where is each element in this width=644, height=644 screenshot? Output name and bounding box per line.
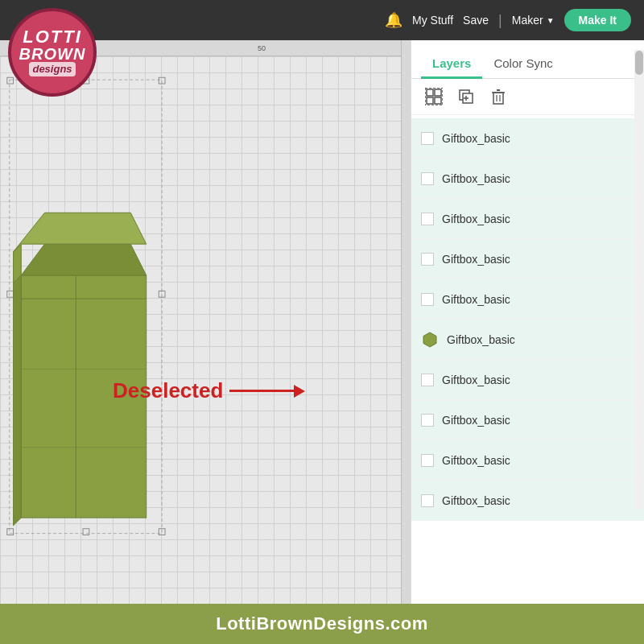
layer-item[interactable]: Giftbox_basic — [411, 360, 644, 400]
logo-designs: designs — [29, 62, 75, 76]
giftbox-svg — [0, 56, 386, 604]
ruler-mark-50: 50 — [258, 44, 266, 52]
footer: LottiBrownDesigns.com — [0, 604, 644, 644]
svg-marker-11 — [14, 275, 22, 526]
layer-item[interactable]: Giftbox_basic — [411, 118, 644, 159]
layer-color-swatch — [421, 132, 434, 145]
logo: LOTTI BROWN designs — [8, 8, 97, 97]
hexagon-icon — [421, 331, 439, 349]
layer-name: Giftbox_basic — [442, 414, 510, 427]
nav-divider: | — [498, 12, 502, 29]
logo-circle: LOTTI BROWN designs — [8, 8, 97, 97]
svg-marker-10 — [21, 244, 146, 275]
svg-rect-6 — [7, 529, 14, 535]
canvas-area[interactable]: 50 — [0, 40, 411, 604]
layer-color-swatch — [421, 454, 434, 467]
layer-color-swatch — [421, 494, 434, 507]
maker-label: Maker — [512, 14, 543, 27]
tab-layers[interactable]: Layers — [421, 50, 482, 79]
right-panel: Layers Color Sync — [411, 40, 644, 604]
scrollbar-thumb[interactable] — [635, 51, 643, 75]
chevron-down-icon: ▼ — [547, 16, 555, 25]
svg-rect-19 — [435, 89, 441, 96]
layer-color-swatch — [421, 414, 434, 427]
maker-dropdown[interactable]: Maker ▼ — [512, 14, 555, 27]
layer-name: Giftbox_basic — [442, 454, 510, 467]
logo-brown: BROWN — [19, 46, 86, 62]
save-link[interactable]: Save — [463, 14, 489, 27]
logo-lotti: LOTTI — [23, 28, 82, 46]
delete-icon[interactable] — [489, 87, 508, 106]
layer-color-swatch — [421, 253, 434, 266]
add-layer-icon[interactable] — [456, 87, 476, 106]
group-icon[interactable] — [424, 87, 444, 106]
svg-rect-20 — [427, 97, 433, 104]
layer-name: Giftbox_basic — [442, 213, 510, 225]
layer-item-with-icon[interactable]: Giftbox_basic — [411, 320, 644, 360]
svg-rect-22 — [425, 88, 443, 105]
deselected-annotation: Deselected — [113, 378, 305, 403]
layer-name: Giftbox_basic — [442, 172, 510, 185]
main-content: 50 — [0, 40, 644, 604]
make-it-button[interactable]: Make It — [564, 9, 631, 31]
deselected-text: Deselected — [113, 378, 223, 403]
layer-name: Giftbox_basic — [442, 494, 510, 507]
tabs-bar: Layers Color Sync — [411, 40, 644, 79]
svg-rect-27 — [493, 93, 503, 104]
layer-name: Giftbox_basic — [442, 293, 510, 306]
layers-list[interactable]: Giftbox_basic Giftbox_basic Giftbox_basi… — [411, 115, 644, 604]
layer-color-swatch — [421, 172, 434, 185]
layer-color-swatch — [421, 374, 434, 386]
layer-name: Giftbox_basic — [442, 132, 510, 145]
svg-rect-4 — [7, 291, 14, 297]
layer-item[interactable]: Giftbox_basic — [411, 481, 644, 521]
arrow-line — [229, 390, 294, 392]
my-stuff-link[interactable]: My Stuff — [412, 14, 453, 27]
top-navigation: 🔔 My Stuff Save | Maker ▼ Make It — [0, 0, 644, 40]
layer-item[interactable]: Giftbox_basic — [411, 239, 644, 279]
layer-item[interactable]: Giftbox_basic — [411, 199, 644, 239]
tab-color-sync[interactable]: Color Sync — [482, 50, 564, 79]
layer-color-swatch — [421, 213, 434, 225]
layer-item[interactable]: Giftbox_basic — [411, 440, 644, 481]
svg-marker-32 — [423, 332, 436, 347]
layer-item[interactable]: Giftbox_basic — [411, 400, 644, 440]
deselected-arrow — [229, 385, 305, 398]
footer-text: LottiBrownDesigns.com — [216, 613, 428, 634]
scrollbar-track[interactable] — [634, 50, 644, 509]
arrow-head — [294, 385, 305, 398]
layers-toolbar — [411, 79, 644, 115]
svg-rect-7 — [83, 529, 89, 535]
layer-item[interactable]: Giftbox_basic — [411, 279, 644, 320]
layer-name: Giftbox_basic — [442, 374, 510, 386]
svg-rect-21 — [435, 97, 441, 104]
bell-icon[interactable]: 🔔 — [385, 11, 402, 29]
layer-name: Giftbox_basic — [447, 333, 515, 346]
layer-name: Giftbox_basic — [442, 253, 510, 266]
ruler-side — [401, 40, 411, 604]
layer-color-swatch — [421, 293, 434, 306]
layer-item[interactable]: Giftbox_basic — [411, 159, 644, 199]
svg-rect-18 — [427, 89, 433, 96]
